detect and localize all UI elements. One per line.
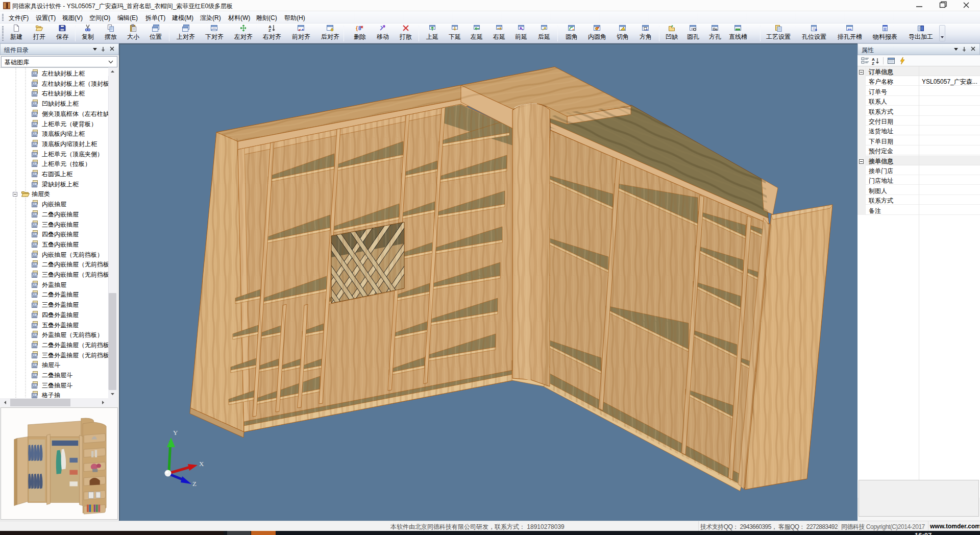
- svg-text:Z: Z: [872, 61, 874, 65]
- svg-text:X: X: [199, 460, 204, 468]
- svg-text:Z: Z: [192, 480, 197, 488]
- svg-text:Z: Z: [268, 28, 271, 32]
- svg-text:Y: Y: [173, 429, 178, 436]
